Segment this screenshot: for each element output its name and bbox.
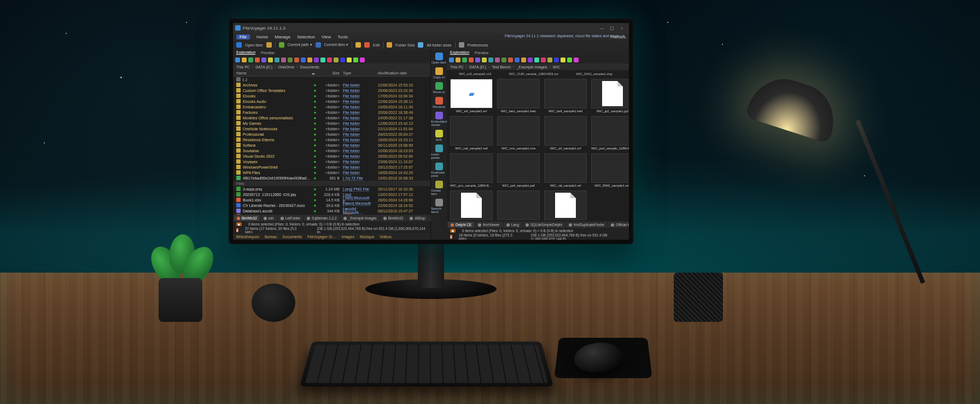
list-row[interactable]: Voyages●<folder>File folder23/06/2024 11… [233,159,430,164]
breadcrumb-segment[interactable]: Test Bench [492,65,514,69]
toolbar-icon[interactable] [501,57,506,62]
list-row[interactable]: Book1.xlsx●14.5 KB[.xlsx] Microsoft E…28… [233,197,430,203]
toolbar-icon[interactable] [242,57,247,62]
menu-view[interactable]: View [322,34,331,39]
toolbar-icon[interactable] [495,57,500,62]
list-row[interactable]: 20220713_115112000_iOS.jpg●228.4 KB[.jpg… [233,192,430,197]
breadcrumb-segment[interactable]: _Exemple Images [516,65,550,69]
tab-exploration[interactable]: Exploration [236,50,255,55]
folder-tab[interactable]: SQLiteSimpleDelphi [523,222,565,228]
mid-tool-embedded-viewer[interactable]: Embedded viewer [431,111,447,128]
mid-tool-search-items[interactable]: Search items [431,198,447,215]
menu-selection[interactable]: Selection [297,34,315,39]
favorite-link[interactable]: Bureau [265,235,277,239]
maximize-button[interactable]: ▢ [607,26,617,31]
folder-tab[interactable]: LetFolder [278,215,303,221]
favorite-link[interactable]: Vidéos [380,235,391,239]
mid-tool-duplicate-pane[interactable]: Duplicate pane [431,161,447,178]
ribbon-icon[interactable] [387,42,392,48]
titlebar[interactable]: FileVoyager 24.11.1.0 — ▢ × [233,23,629,33]
list-row[interactable]: Ebooks●<folder>File folder17/05/2024 10:… [233,93,430,99]
toolbar-icon[interactable] [488,57,493,62]
list-row[interactable]: 4f817e6ad00e1b619f395f4da493f6a62e6018…●… [233,175,430,181]
toolbar-icon[interactable] [248,57,253,62]
list-row[interactable]: Résidence Etterne●<folder>File folder18/… [233,137,430,142]
menu-manage[interactable]: Manage [275,34,290,39]
breadcrumb-segment[interactable]: Documents [300,65,321,69]
favorite-link[interactable]: Documents [283,235,302,239]
list-row[interactable]: Embarcadero●<folder>File folder19/05/202… [233,104,430,109]
favorite-link[interactable]: Musique [360,235,374,239]
folder-tab[interactable]: Delphi CE [448,222,474,228]
list-row[interactable]: Factures●<folder>File folder20/06/2022 1… [233,109,430,115]
toolbar-icon[interactable] [475,57,480,62]
right-breadcrumbs[interactable]: This PCDATA (D:)Test Bench_Exemple Image… [447,64,629,70]
col-size[interactable]: Size [319,71,340,75]
thumbnail[interactable]: WIC_raf_sample1.raf [544,153,587,187]
tab-exploration[interactable]: Exploration [450,50,469,55]
list-row[interactable]: OneNote Notebooks●<folder>File folder22/… [233,126,430,131]
ribbon-label[interactable]: Current item ▾ [324,43,348,47]
ribbon-icon[interactable] [236,42,242,48]
col-name[interactable]: Name [236,71,311,75]
thumbnail[interactable] [450,191,493,221]
thumbnail[interactable] [497,191,540,221]
list-row[interactable]: WindowsPowerShell●<folder>File folder28/… [233,164,430,170]
folder-tab[interactable]: Lang [504,222,522,228]
toolbar-icon[interactable] [521,57,526,62]
right-thumbnail-grid[interactable]: WIC_cr2_sample1.cr2WIC_CUR_sample_1280×8… [447,70,629,221]
ribbon-icon[interactable] [364,42,370,48]
toolbar-icon[interactable] [456,57,460,62]
breadcrumb-segment[interactable]: WIC [553,65,563,69]
thumbnail[interactable]: WIC_heif_sample1.heif [544,79,587,113]
mid-tool-invert-panes[interactable]: Invert panes [431,143,447,160]
toolbar-icon[interactable] [574,57,579,62]
mid-tool-edit[interactable]: Edit [431,129,447,142]
toolbar-icon[interactable] [482,57,487,62]
thumbnail[interactable]: WIC_nef_sample1.nef [450,116,493,150]
toolbar-icon[interactable] [327,57,332,62]
folder-tab[interactable]: fmxDuplicateFinder [566,222,607,228]
folder-tab[interactable]: BinWin32 [381,215,406,221]
thumbnail[interactable]: WIC_pef_sample1.pef [497,153,540,187]
minimize-button[interactable]: — [597,26,607,31]
list-row[interactable]: Database1.accdb●344 KB[.accdb] Microsoft… [233,208,430,213]
ribbon-icon[interactable] [355,42,361,48]
list-row[interactable]: [..] [233,77,430,82]
toolbar-icon[interactable] [462,57,467,62]
folder-tab[interactable]: fmxViewer [475,222,502,228]
thumbnail[interactable]: WIC_orf_sample1.orf [544,116,587,150]
breadcrumb-segment[interactable]: OneDrive [278,65,298,69]
thumb-label[interactable]: WIC_DNG_sample1.dng [576,72,612,76]
breadcrumb-segment[interactable]: This PC [450,65,467,69]
ribbon-icon[interactable] [418,42,423,48]
toolbar-icon[interactable] [534,57,539,62]
col-date[interactable]: Modification date [375,71,427,75]
news-ticker[interactable]: FileVoyager 24.11.1 released! Japanese, … [505,34,625,38]
breadcrumb-segment[interactable]: This PC [236,65,253,69]
toolbar-icon[interactable] [235,57,240,62]
list-row[interactable]: Soukaina●<folder>File folder22/06/2024 1… [233,148,430,153]
menu-file[interactable]: File [236,34,250,39]
breadcrumb-segment[interactable]: DATA (D:) [255,65,276,69]
toolbar-icon[interactable] [281,57,286,62]
toolbar-icon[interactable] [353,57,358,62]
list-row[interactable]: My Games●<folder>File folder12/06/2023 2… [233,120,430,126]
thumbnail[interactable] [544,191,587,221]
favorite-link[interactable]: Bibliothèques [236,235,259,239]
toolbar-icon[interactable] [307,57,312,62]
toolbar-icon[interactable] [347,57,352,62]
mid-tool-copy-to[interactable]: Copy to [431,66,447,80]
toolbar-icon[interactable] [469,57,474,62]
ribbon-icon[interactable] [459,42,464,48]
list-row[interactable]: Custom Office Templates●<folder>File fol… [233,88,430,93]
toolbar-icon[interactable] [554,57,559,62]
toolbar-icon[interactable] [561,57,565,62]
list-row[interactable]: Archives●<folder>File folder22/06/2024 1… [233,82,430,88]
thumbnail[interactable]: WIC_jp2_sample1.jp2 [591,79,629,113]
toolbar-icon[interactable] [294,57,299,62]
toolbar-icon[interactable] [320,57,325,62]
list-row[interactable]: Professional●<folder>File folder28/03/20… [233,131,430,137]
ribbon-icon[interactable] [279,42,284,48]
toolbar-icon[interactable] [547,57,552,62]
